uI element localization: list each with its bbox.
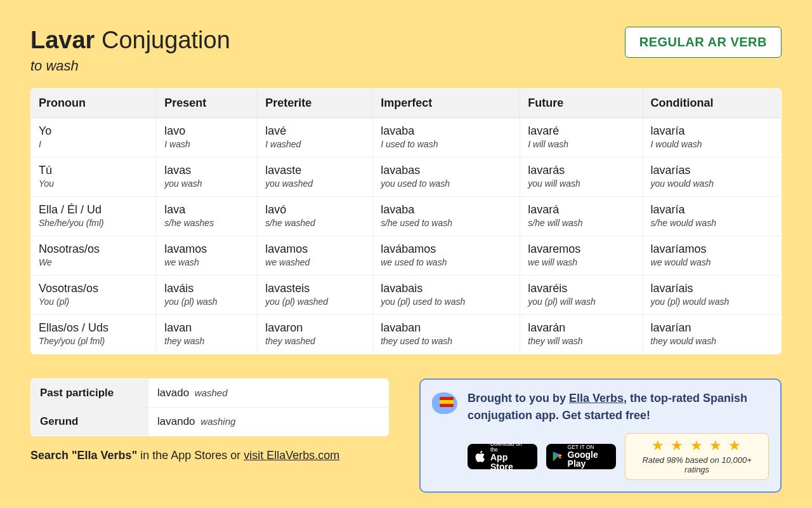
column-header: Future [520,89,643,118]
table-row: YoIlavoI washlavéI washedlavabaI used to… [31,118,782,157]
cell-present: lavanthey wash [157,315,258,354]
cell-future: lavaréisyou (pl) will wash [520,276,643,315]
title-suffix: Conjugation [95,27,230,53]
cell-pronoun: YoI [31,118,157,157]
table-row: Nosotras/osWelavamoswe washlavamoswe was… [31,236,782,276]
rating-box: ★ ★ ★ ★ ★ Rated 98% based on 10,000+ rat… [625,433,769,480]
cell-preterite: lavamoswe washed [258,236,373,276]
rating-text: Rated 98% based on 10,000+ ratings [636,455,758,474]
cell-imperfect: lavabanthey used to wash [373,315,520,354]
cell-future: lavarás/he will wash [520,197,643,236]
cell-preterite: lavasteyou washed [258,157,373,197]
cell-pronoun: Vosotras/osYou (pl) [31,276,157,315]
visit-link[interactable]: visit EllaVerbs.com [244,449,339,462]
cell-pronoun: TúYou [31,157,157,197]
gerund-value: lavando washing [148,408,389,436]
cell-imperfect: lavabaI used to wash [373,118,520,157]
gerund-label: Gerund [31,408,148,436]
cell-pronoun: Ella / Él / UdShe/he/you (fml) [31,197,157,236]
app-store-button[interactable]: Download on the App Store [468,444,537,469]
cell-future: lavarásyou will wash [520,157,643,197]
google-play-button[interactable]: GET IT ON Google Play [546,444,616,469]
past-participle-label: Past participle [31,379,148,408]
cell-imperfect: lavábamoswe used to wash [373,236,520,276]
past-participle-value: lavado washed [148,379,389,408]
page-title: Lavar Conjugation [30,27,230,54]
cell-present: lavasyou wash [157,157,258,197]
table-row: Ellas/os / UdsThey/you (pl fml)lavanthey… [31,315,782,354]
cell-present: laváisyou (pl) wash [157,276,258,315]
conjugation-table: PronounPresentPreteriteImperfectFutureCo… [30,88,782,354]
column-header: Present [157,89,258,118]
verb-translation: to wash [30,58,230,74]
table-row: Vosotras/osYou (pl)laváisyou (pl) washla… [31,276,782,315]
column-header: Imperfect [373,89,520,118]
search-hint: Search "Ella Verbs" in the App Stores or… [30,449,389,462]
cell-imperfect: lavabaisyou (pl) used to wash [373,276,520,315]
cell-conditional: lavaríamoswe would wash [643,236,781,276]
promo-text: Brought to you by Ella Verbs, the top-ra… [468,390,769,424]
table-row: TúYoulavasyou washlavasteyou washedlavab… [31,157,782,197]
apple-icon [474,449,485,464]
cell-present: lavamoswe wash [157,236,258,276]
verb-name: Lavar [30,27,95,53]
cell-present: lavoI wash [157,118,258,157]
cell-present: lavas/he washes [157,197,258,236]
cell-conditional: lavaríaI would wash [643,118,781,157]
cell-preterite: lavasteisyou (pl) washed [258,276,373,315]
page-title-block: Lavar Conjugation to wash [30,27,230,74]
participle-table: Past participle lavado washed Gerund lav… [30,378,389,436]
cell-pronoun: Nosotras/osWe [31,236,157,276]
cell-preterite: lavéI washed [258,118,373,157]
cell-conditional: lavarías/he would wash [643,197,781,236]
promo-box: Brought to you by Ella Verbs, the top-ra… [419,378,782,493]
promo-link[interactable]: Ella Verbs [569,392,624,404]
cell-future: lavaránthey will wash [520,315,643,354]
cell-pronoun: Ellas/os / UdsThey/you (pl fml) [31,315,157,354]
cell-preterite: lavaronthey washed [258,315,373,354]
column-header: Conditional [643,89,781,118]
cell-conditional: lavaríaisyou (pl) would wash [643,276,781,315]
app-icon [432,390,459,417]
column-header: Pronoun [31,89,157,118]
cell-imperfect: lavabas/he used to wash [373,197,520,236]
cell-imperfect: lavabasyou used to wash [373,157,520,197]
table-row: Ella / Él / UdShe/he/you (fml)lavas/he w… [31,197,782,236]
cell-conditional: lavaríanthey would wash [643,315,781,354]
cell-future: lavaréI will wash [520,118,643,157]
cell-future: lavaremoswe will wash [520,236,643,276]
star-icons: ★ ★ ★ ★ ★ [636,438,758,454]
cell-conditional: lavaríasyou would wash [643,157,781,197]
column-header: Preterite [258,89,373,118]
play-icon [553,450,562,464]
verb-type-badge: REGULAR AR VERB [625,27,782,58]
cell-preterite: lavós/he washed [258,197,373,236]
